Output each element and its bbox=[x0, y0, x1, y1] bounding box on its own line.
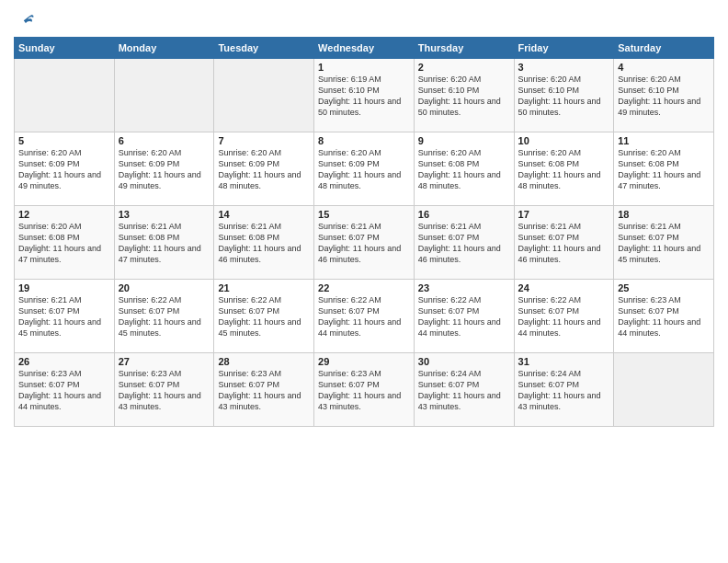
weekday-header-friday: Friday bbox=[514, 38, 614, 59]
day-info: Sunrise: 6:20 AM Sunset: 6:09 PM Dayligh… bbox=[18, 147, 110, 192]
day-info: Sunrise: 6:20 AM Sunset: 6:08 PM Dayligh… bbox=[518, 147, 610, 192]
calendar-cell: 6Sunrise: 6:20 AM Sunset: 6:09 PM Daylig… bbox=[114, 132, 214, 206]
weekday-header-sunday: Sunday bbox=[15, 38, 115, 59]
day-info: Sunrise: 6:24 AM Sunset: 6:07 PM Dayligh… bbox=[418, 368, 510, 413]
calendar-cell: 11Sunrise: 6:20 AM Sunset: 6:08 PM Dayli… bbox=[614, 132, 714, 206]
weekday-header-wednesday: Wednesday bbox=[314, 38, 415, 59]
day-number: 28 bbox=[218, 356, 310, 367]
calendar-cell: 29Sunrise: 6:23 AM Sunset: 6:07 PM Dayli… bbox=[314, 353, 415, 427]
header bbox=[14, 9, 714, 31]
calendar-cell: 12Sunrise: 6:20 AM Sunset: 6:08 PM Dayli… bbox=[15, 206, 115, 280]
calendar-cell: 9Sunrise: 6:20 AM Sunset: 6:08 PM Daylig… bbox=[414, 132, 514, 206]
calendar-cell: 26Sunrise: 6:23 AM Sunset: 6:07 PM Dayli… bbox=[15, 353, 115, 427]
day-info: Sunrise: 6:22 AM Sunset: 6:07 PM Dayligh… bbox=[119, 294, 210, 339]
day-number: 11 bbox=[618, 135, 710, 146]
day-info: Sunrise: 6:20 AM Sunset: 6:09 PM Dayligh… bbox=[218, 147, 310, 192]
day-info: Sunrise: 6:21 AM Sunset: 6:07 PM Dayligh… bbox=[618, 221, 710, 266]
calendar-cell: 24Sunrise: 6:22 AM Sunset: 6:07 PM Dayli… bbox=[514, 280, 614, 353]
day-number: 3 bbox=[518, 62, 610, 73]
day-info: Sunrise: 6:24 AM Sunset: 6:07 PM Dayligh… bbox=[518, 368, 610, 413]
logo-bird-icon bbox=[16, 11, 36, 31]
day-number: 7 bbox=[218, 135, 310, 146]
day-info: Sunrise: 6:20 AM Sunset: 6:08 PM Dayligh… bbox=[418, 147, 510, 192]
day-number: 25 bbox=[618, 282, 710, 293]
page-container: SundayMondayTuesdayWednesdayThursdayFrid… bbox=[0, 0, 728, 436]
day-number: 22 bbox=[318, 282, 410, 293]
logo bbox=[14, 13, 36, 31]
calendar-cell: 4Sunrise: 6:20 AM Sunset: 6:10 PM Daylig… bbox=[614, 59, 714, 132]
day-number: 18 bbox=[618, 209, 710, 220]
week-row-1: 1Sunrise: 6:19 AM Sunset: 6:10 PM Daylig… bbox=[15, 59, 714, 132]
weekday-header-tuesday: Tuesday bbox=[214, 38, 314, 59]
day-info: Sunrise: 6:22 AM Sunset: 6:07 PM Dayligh… bbox=[518, 294, 610, 339]
day-number: 29 bbox=[318, 356, 410, 367]
weekday-header-row: SundayMondayTuesdayWednesdayThursdayFrid… bbox=[15, 38, 714, 59]
day-number: 26 bbox=[18, 356, 110, 367]
day-info: Sunrise: 6:23 AM Sunset: 6:07 PM Dayligh… bbox=[618, 294, 710, 339]
day-number: 20 bbox=[119, 282, 210, 293]
day-number: 27 bbox=[119, 356, 210, 367]
day-info: Sunrise: 6:21 AM Sunset: 6:07 PM Dayligh… bbox=[318, 221, 410, 266]
day-info: Sunrise: 6:20 AM Sunset: 6:10 PM Dayligh… bbox=[518, 74, 610, 119]
day-info: Sunrise: 6:22 AM Sunset: 6:07 PM Dayligh… bbox=[418, 294, 510, 339]
day-number: 9 bbox=[418, 135, 510, 146]
day-info: Sunrise: 6:20 AM Sunset: 6:08 PM Dayligh… bbox=[618, 147, 710, 192]
day-info: Sunrise: 6:19 AM Sunset: 6:10 PM Dayligh… bbox=[318, 74, 410, 119]
day-number: 17 bbox=[518, 209, 610, 220]
day-number: 4 bbox=[618, 62, 710, 73]
day-number: 8 bbox=[318, 135, 410, 146]
calendar-cell: 30Sunrise: 6:24 AM Sunset: 6:07 PM Dayli… bbox=[414, 353, 514, 427]
calendar-cell bbox=[614, 353, 714, 427]
weekday-header-saturday: Saturday bbox=[614, 38, 714, 59]
day-number: 5 bbox=[18, 135, 110, 146]
day-info: Sunrise: 6:21 AM Sunset: 6:08 PM Dayligh… bbox=[119, 221, 210, 266]
day-number: 13 bbox=[119, 209, 210, 220]
calendar-table: SundayMondayTuesdayWednesdayThursdayFrid… bbox=[14, 37, 714, 427]
day-number: 1 bbox=[318, 62, 410, 73]
calendar-cell: 1Sunrise: 6:19 AM Sunset: 6:10 PM Daylig… bbox=[314, 59, 415, 132]
calendar-cell: 2Sunrise: 6:20 AM Sunset: 6:10 PM Daylig… bbox=[414, 59, 514, 132]
day-number: 2 bbox=[418, 62, 510, 73]
day-info: Sunrise: 6:23 AM Sunset: 6:07 PM Dayligh… bbox=[318, 368, 410, 413]
calendar-cell: 10Sunrise: 6:20 AM Sunset: 6:08 PM Dayli… bbox=[514, 132, 614, 206]
weekday-header-monday: Monday bbox=[114, 38, 214, 59]
day-number: 6 bbox=[119, 135, 210, 146]
week-row-5: 26Sunrise: 6:23 AM Sunset: 6:07 PM Dayli… bbox=[15, 353, 714, 427]
day-info: Sunrise: 6:21 AM Sunset: 6:07 PM Dayligh… bbox=[18, 294, 110, 339]
day-info: Sunrise: 6:23 AM Sunset: 6:07 PM Dayligh… bbox=[119, 368, 210, 413]
day-number: 12 bbox=[18, 209, 110, 220]
calendar-cell: 21Sunrise: 6:22 AM Sunset: 6:07 PM Dayli… bbox=[214, 280, 314, 353]
day-info: Sunrise: 6:20 AM Sunset: 6:08 PM Dayligh… bbox=[18, 221, 110, 266]
day-number: 14 bbox=[218, 209, 310, 220]
week-row-4: 19Sunrise: 6:21 AM Sunset: 6:07 PM Dayli… bbox=[15, 280, 714, 353]
day-number: 15 bbox=[318, 209, 410, 220]
calendar-cell bbox=[114, 59, 214, 132]
day-info: Sunrise: 6:22 AM Sunset: 6:07 PM Dayligh… bbox=[218, 294, 310, 339]
day-info: Sunrise: 6:20 AM Sunset: 6:10 PM Dayligh… bbox=[418, 74, 510, 119]
calendar-cell: 22Sunrise: 6:22 AM Sunset: 6:07 PM Dayli… bbox=[314, 280, 415, 353]
calendar-cell: 3Sunrise: 6:20 AM Sunset: 6:10 PM Daylig… bbox=[514, 59, 614, 132]
calendar-cell: 13Sunrise: 6:21 AM Sunset: 6:08 PM Dayli… bbox=[114, 206, 214, 280]
calendar-cell: 16Sunrise: 6:21 AM Sunset: 6:07 PM Dayli… bbox=[414, 206, 514, 280]
calendar-cell: 7Sunrise: 6:20 AM Sunset: 6:09 PM Daylig… bbox=[214, 132, 314, 206]
day-number: 24 bbox=[518, 282, 610, 293]
day-info: Sunrise: 6:21 AM Sunset: 6:08 PM Dayligh… bbox=[218, 221, 310, 266]
calendar-cell: 18Sunrise: 6:21 AM Sunset: 6:07 PM Dayli… bbox=[614, 206, 714, 280]
day-info: Sunrise: 6:20 AM Sunset: 6:09 PM Dayligh… bbox=[318, 147, 410, 192]
calendar-cell: 25Sunrise: 6:23 AM Sunset: 6:07 PM Dayli… bbox=[614, 280, 714, 353]
weekday-header-thursday: Thursday bbox=[414, 38, 514, 59]
day-number: 10 bbox=[518, 135, 610, 146]
calendar-body: 1Sunrise: 6:19 AM Sunset: 6:10 PM Daylig… bbox=[15, 59, 714, 427]
calendar-cell bbox=[15, 59, 115, 132]
week-row-2: 5Sunrise: 6:20 AM Sunset: 6:09 PM Daylig… bbox=[15, 132, 714, 206]
day-info: Sunrise: 6:21 AM Sunset: 6:07 PM Dayligh… bbox=[418, 221, 510, 266]
day-info: Sunrise: 6:23 AM Sunset: 6:07 PM Dayligh… bbox=[18, 368, 110, 413]
calendar-cell: 17Sunrise: 6:21 AM Sunset: 6:07 PM Dayli… bbox=[514, 206, 614, 280]
day-number: 19 bbox=[18, 282, 110, 293]
day-number: 16 bbox=[418, 209, 510, 220]
calendar-cell: 20Sunrise: 6:22 AM Sunset: 6:07 PM Dayli… bbox=[114, 280, 214, 353]
calendar-cell: 5Sunrise: 6:20 AM Sunset: 6:09 PM Daylig… bbox=[15, 132, 115, 206]
calendar-cell: 28Sunrise: 6:23 AM Sunset: 6:07 PM Dayli… bbox=[214, 353, 314, 427]
day-number: 23 bbox=[418, 282, 510, 293]
day-number: 21 bbox=[218, 282, 310, 293]
